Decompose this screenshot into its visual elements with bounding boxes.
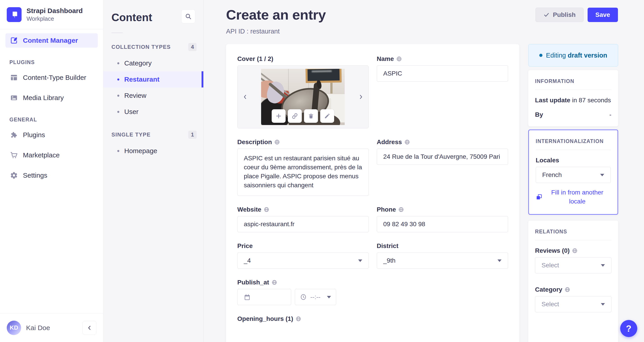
globe-icon: [272, 279, 277, 285]
divider: [112, 33, 123, 33]
sidebar-item-content-manager[interactable]: Content Manager: [6, 33, 98, 48]
bullet-icon: [117, 150, 119, 152]
publish-at-date-input[interactable]: [237, 289, 291, 305]
phone-input[interactable]: 09 82 49 30 98: [377, 216, 508, 232]
gear-icon: [10, 171, 18, 180]
subnav-item-homepage[interactable]: Homepage: [103, 143, 203, 159]
globe-icon: [404, 139, 410, 145]
entry-form-card: Cover (1 / 2): [226, 44, 519, 342]
add-asset-button[interactable]: [272, 109, 286, 123]
carousel-prev-button[interactable]: [238, 66, 252, 128]
user-row[interactable]: KD Kai Doe: [0, 313, 103, 342]
name-input[interactable]: ASPIC: [377, 66, 508, 82]
sidebar-item-label: Settings: [23, 172, 47, 179]
user-name: Kai Doe: [26, 324, 78, 332]
name-label: Name: [377, 55, 508, 63]
draft-status-banner: Editing draft version: [528, 44, 618, 67]
description-label: Description: [237, 139, 369, 146]
opening-hours-label: Opening_hours (1): [237, 315, 369, 322]
sidebar-item-label: Marketplace: [23, 151, 60, 159]
cart-icon: [10, 151, 18, 160]
sidebar-item-content-type-builder[interactable]: Content-Type Builder: [6, 70, 98, 85]
status-dot-icon: [539, 54, 542, 57]
internationalization-box: INTERNATIONALIZATION Locales French Fill…: [528, 130, 618, 215]
category-label: Category: [535, 286, 612, 293]
field-phone: Phone 09 82 49 30 98: [377, 206, 508, 232]
relations-box: RELATIONS Reviews (0) Select Category: [528, 221, 618, 342]
chevron-down-icon: [600, 174, 604, 176]
collapse-sidebar-button[interactable]: [82, 321, 96, 335]
bullet-icon: [117, 95, 119, 97]
chevron-down-icon: [601, 264, 605, 267]
chevron-down-icon: [498, 259, 502, 262]
subnav-item-label: Review: [124, 92, 146, 99]
sidebar-item-label: Media Library: [23, 94, 64, 102]
category-select[interactable]: Select: [535, 296, 612, 312]
website-input[interactable]: aspic-restaurant.fr: [237, 216, 369, 232]
edit-asset-button[interactable]: [320, 109, 334, 123]
price-select[interactable]: _4: [237, 252, 369, 269]
carousel-next-button[interactable]: [354, 66, 368, 128]
sidebar-item-plugins[interactable]: Plugins: [6, 128, 98, 142]
copy-link-button[interactable]: [288, 109, 302, 123]
single-type-count-badge: 1: [188, 131, 196, 139]
publish-button[interactable]: Publish: [536, 8, 583, 22]
content-subnav: Content COLLECTION TYPES 4 Category Rest…: [103, 0, 204, 342]
subnav-item-label: Restaurant: [124, 76, 160, 83]
reviews-select[interactable]: Select: [535, 257, 612, 273]
chevron-down-icon: [327, 296, 331, 298]
district-select[interactable]: _9th: [377, 252, 508, 269]
address-input[interactable]: 24 Rue de la Tour d'Auvergne, 75009 Pari: [377, 149, 508, 165]
description-textarea[interactable]: ASPIC est un restaurant parisien situé a…: [237, 149, 369, 196]
main-content: Create an entry API ID : restaurant Publ…: [204, 0, 644, 342]
field-name: Name ASPIC: [377, 55, 508, 128]
information-title: INFORMATION: [535, 78, 612, 84]
subnav-item-label: Homepage: [124, 147, 157, 155]
district-label: District: [377, 242, 508, 250]
locale-select[interactable]: French: [536, 167, 611, 183]
internationalization-title: INTERNATIONALIZATION: [536, 138, 611, 144]
sidebar-item-settings[interactable]: Settings: [6, 168, 98, 183]
save-button[interactable]: Save: [588, 8, 618, 22]
app-title: Strapi Dashboard: [26, 7, 83, 15]
subnav-item-user[interactable]: User: [103, 104, 203, 120]
address-label: Address: [377, 139, 508, 146]
question-mark-icon: ?: [626, 323, 632, 334]
chevron-left-icon: [242, 94, 248, 100]
picture-icon: [10, 93, 18, 102]
main-sidebar: Strapi Dashboard Workplace Content Manag…: [0, 0, 103, 342]
delete-asset-button[interactable]: [304, 109, 318, 123]
sidebar-item-label: Content Manager: [23, 37, 78, 44]
subnav-item-category[interactable]: Category: [103, 55, 203, 71]
reviews-label: Reviews (0): [535, 247, 612, 254]
help-button[interactable]: ?: [620, 320, 637, 337]
divider: [535, 240, 612, 240]
subnav-item-label: User: [124, 108, 138, 116]
sidebar-item-media-library[interactable]: Media Library: [6, 91, 98, 105]
nav-section-plugins: PLUGINS: [6, 59, 98, 66]
chevron-down-icon: [358, 259, 362, 262]
feather-edit-icon: [10, 36, 18, 45]
subnav-item-review[interactable]: Review: [103, 88, 203, 104]
website-label: Website: [237, 206, 369, 213]
avatar: KD: [7, 321, 21, 335]
relations-title: RELATIONS: [535, 229, 612, 235]
puzzle-icon: [10, 130, 18, 139]
entry-side-panel: Editing draft version INFORMATION Last u…: [528, 44, 618, 342]
globe-icon: [296, 316, 301, 322]
search-button[interactable]: [181, 10, 195, 23]
bullet-icon: [117, 62, 119, 64]
sidebar-item-marketplace[interactable]: Marketplace: [6, 148, 98, 162]
publish-at-time-select[interactable]: --:--: [295, 289, 336, 305]
price-label: Price: [237, 242, 369, 250]
fill-from-locale-link[interactable]: Fill in from another locale: [536, 188, 611, 206]
subnav-item-restaurant[interactable]: Restaurant: [103, 71, 203, 88]
group-label-collection-types: COLLECTION TYPES: [112, 44, 171, 50]
layout-icon: [10, 73, 18, 82]
time-placeholder: --:--: [310, 293, 320, 301]
copy-icon: [536, 194, 542, 200]
workspace-name: Workplace: [26, 15, 83, 22]
field-opening-hours: Opening_hours (1): [237, 315, 369, 325]
page-title: Create an entry: [226, 7, 326, 23]
information-box: INFORMATION Last update in 87 seconds By…: [528, 70, 618, 126]
